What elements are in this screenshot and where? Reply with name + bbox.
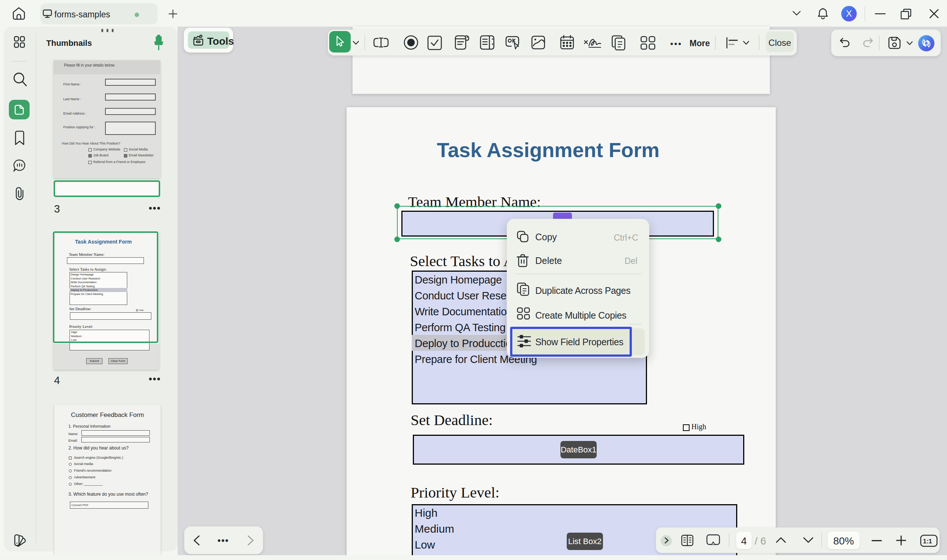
svg-text:1:1: 1:1: [923, 538, 932, 545]
